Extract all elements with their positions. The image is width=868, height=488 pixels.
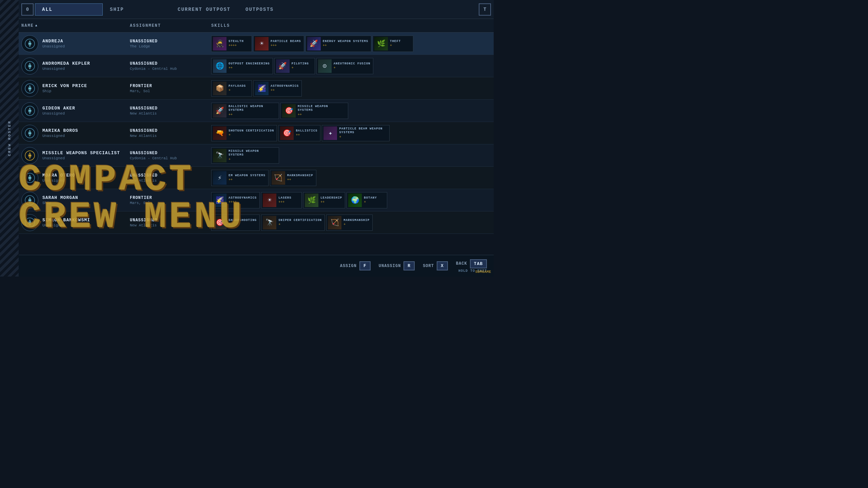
skill-badge: 🌠 ASTRODYNAMICS ++ bbox=[253, 80, 302, 97]
assignment-sub: Mars, Sol bbox=[130, 89, 211, 93]
skill-stars: + bbox=[278, 223, 322, 226]
back-key[interactable]: TAB bbox=[470, 259, 487, 268]
assign-key[interactable]: F bbox=[359, 261, 371, 270]
skill-name: PARTICLE BEAMS bbox=[271, 40, 301, 43]
header-assignment: ASSIGNMENT bbox=[130, 23, 211, 28]
filter-right-key[interactable]: T bbox=[479, 3, 491, 16]
skill-stars: ++ bbox=[323, 44, 368, 47]
skill-icon: 🌍 bbox=[348, 194, 362, 207]
skill-stars: + bbox=[334, 66, 371, 70]
skill-icon: ✦ bbox=[323, 126, 337, 140]
skill-name: MARKSMANSHIP bbox=[343, 219, 370, 222]
assignment-main: FRONTIER bbox=[130, 84, 211, 88]
table-row[interactable]: MISSILE WEAPONS SPECIALIST Unassigned UN… bbox=[19, 144, 494, 167]
filter-left-key[interactable]: 0 bbox=[21, 3, 34, 16]
skill-stars: ++++ bbox=[229, 44, 244, 47]
tab-ship[interactable]: SHIP bbox=[103, 3, 171, 16]
table-row[interactable]: SARAH MORGAN Ship FRONTIER Mars, Sol 🌠 A… bbox=[19, 189, 494, 211]
assignment-sub: New Atlantis bbox=[130, 111, 211, 116]
crew-skills-col: 📦 PAYLOADS + 🌠 ASTRODYNAMICS ++ bbox=[211, 80, 491, 97]
assignment-sub: Cydonia - Central Hub bbox=[130, 156, 211, 160]
skill-badge: 🌍 BOTANY + bbox=[347, 192, 387, 208]
crew-skills-col: 🌐 OUTPOST ENGINEERING ++ 🚀 PILOTING + ⊙ bbox=[211, 58, 491, 74]
skill-badge: 🔭 SNIPER CERTIFICATION + bbox=[261, 215, 325, 231]
table-row[interactable]: ANDROMEDA KEPLER Unassigned UNASSIGNED C… bbox=[19, 55, 494, 77]
skill-badge: 📦 PAYLOADS + bbox=[211, 80, 252, 97]
tab-outposts[interactable]: OUTPOSTS bbox=[238, 3, 306, 16]
svg-point-15 bbox=[29, 199, 31, 201]
crew-assignment-col: UNASSIGNED Cydonia - Central Hub bbox=[130, 151, 211, 160]
avatar bbox=[21, 102, 38, 119]
crew-sub: Ship bbox=[42, 201, 130, 205]
skill-name: EM WEAPON SYSTEMS bbox=[229, 174, 265, 178]
skill-stars: + bbox=[229, 133, 274, 137]
skill-name: SHARPSHOOTING bbox=[229, 219, 257, 222]
assignment-sub: New Atlantis bbox=[130, 134, 211, 138]
tab-current-outpost[interactable]: CURRENT OUTPOST bbox=[171, 3, 238, 16]
skill-name: LEADERSHIP bbox=[320, 196, 342, 200]
skill-badge: 🔭 MISSILE WEAPON SYSTEMS + bbox=[211, 147, 279, 164]
table-row[interactable]: MOARA OTERO Unassigned UNASSIGNED New At… bbox=[19, 167, 494, 189]
skill-stars: ++++ bbox=[229, 200, 257, 204]
skill-badge: 🌿 LEADERSHIP ++ bbox=[303, 192, 345, 208]
table-row[interactable]: ANDREJA Unassigned UNASSIGNED The Lodge … bbox=[19, 33, 494, 55]
skill-icon: 🎯 bbox=[280, 126, 294, 140]
crew-assignment-col: UNASSIGNED New Atlantis bbox=[130, 106, 211, 116]
skill-badge: ☀ LASERS +++ bbox=[261, 192, 302, 208]
skill-icon: 🏹 bbox=[328, 216, 341, 229]
assignment-main: UNASSIGNED bbox=[130, 61, 211, 66]
skill-icon: 🚀 bbox=[213, 104, 226, 118]
assignment-sub: New Atlantis bbox=[130, 179, 211, 183]
unassign-key[interactable]: R bbox=[403, 261, 415, 270]
skill-name: ENERGY WEAPON SYSTEMS bbox=[323, 40, 368, 43]
crew-name: ERICK VON PRICE bbox=[42, 83, 130, 88]
skill-icon: 🌿 bbox=[305, 194, 318, 207]
skill-badge: 🏹 MARKSMANSHIP + bbox=[326, 215, 373, 231]
crew-name-col: SIMEON BANKOWSMI Unassigned bbox=[42, 218, 130, 227]
crew-skills-col: 🔫 SHOTGUN CERTIFICATION + 🎯 BALLISTICS +… bbox=[211, 125, 491, 141]
crew-skills-col: 🔭 MISSILE WEAPON SYSTEMS + bbox=[211, 147, 491, 164]
skill-name: BOTANY bbox=[364, 196, 377, 200]
assign-action: ASSIGN F bbox=[340, 261, 371, 270]
crew-sub: Unassigned bbox=[42, 111, 130, 116]
crew-assignment-col: UNASSIGNED New Atlantis bbox=[130, 128, 211, 138]
skill-stars: ++ bbox=[298, 113, 345, 117]
skill-name: BALLISTICS bbox=[296, 129, 317, 133]
skill-icon: ☀ bbox=[263, 194, 276, 207]
skill-badge: ✦ PARTICLE BEAM WEAPON SYSTEMS + bbox=[322, 125, 390, 141]
skill-stars: + bbox=[292, 66, 309, 70]
svg-point-7 bbox=[29, 110, 31, 112]
crew-skills-col: 🥷 STEALTH ++++ ☀ PARTICLE BEAMS +++ 🚀 bbox=[211, 36, 491, 52]
avatar bbox=[21, 214, 38, 231]
header-name[interactable]: NAME ▲ bbox=[21, 23, 130, 28]
svg-point-9 bbox=[29, 132, 31, 134]
table-row[interactable]: MARIKA BOROS Unassigned UNASSIGNED New A… bbox=[19, 122, 494, 144]
svg-point-5 bbox=[29, 87, 31, 89]
skill-icon: 🚀 bbox=[307, 37, 321, 50]
tab-all[interactable]: ALL bbox=[35, 3, 103, 16]
skill-icon: 🌐 bbox=[213, 59, 226, 73]
assignment-main: UNASSIGNED bbox=[130, 128, 211, 133]
sort-key[interactable]: X bbox=[437, 261, 448, 270]
skill-stars: + bbox=[343, 223, 370, 226]
crew-name-col: GIDEON AKER Unassigned bbox=[42, 106, 130, 116]
skill-stars: + bbox=[229, 88, 246, 92]
table-row[interactable]: ERICK VON PRICE Ship FRONTIER Mars, Sol … bbox=[19, 77, 494, 100]
skill-stars: ++ bbox=[271, 88, 299, 92]
svg-point-11 bbox=[29, 155, 31, 157]
table-row[interactable]: GIDEON AKER Unassigned UNASSIGNED New At… bbox=[19, 100, 494, 122]
skill-stars: +++ bbox=[278, 200, 291, 204]
skill-stars: + bbox=[364, 200, 377, 204]
assignment-main: UNASSIGNED bbox=[130, 173, 211, 178]
avatar bbox=[21, 35, 38, 52]
crew-skills-col: ⚡ EM WEAPON SYSTEMS ++ 🏹 MARKSMANSHIP ++ bbox=[211, 170, 491, 186]
skill-stars: +++ bbox=[271, 44, 301, 47]
assignment-sub: New Atlantis bbox=[130, 223, 211, 227]
svg-point-17 bbox=[29, 222, 31, 224]
table-row[interactable]: SIMEON BANKOWSMI Unassigned UNASSIGNED N… bbox=[19, 211, 494, 234]
crew-sub: Unassigned bbox=[42, 44, 130, 48]
skill-name: SHOTGUN CERTIFICATION bbox=[229, 129, 274, 133]
skill-name: STEALTH bbox=[229, 40, 244, 43]
skill-name: ASTRODYNAMICS bbox=[271, 84, 299, 88]
skill-badge: 🚀 BALLISTIC WEAPON SYSTEMS ++ bbox=[211, 103, 279, 119]
